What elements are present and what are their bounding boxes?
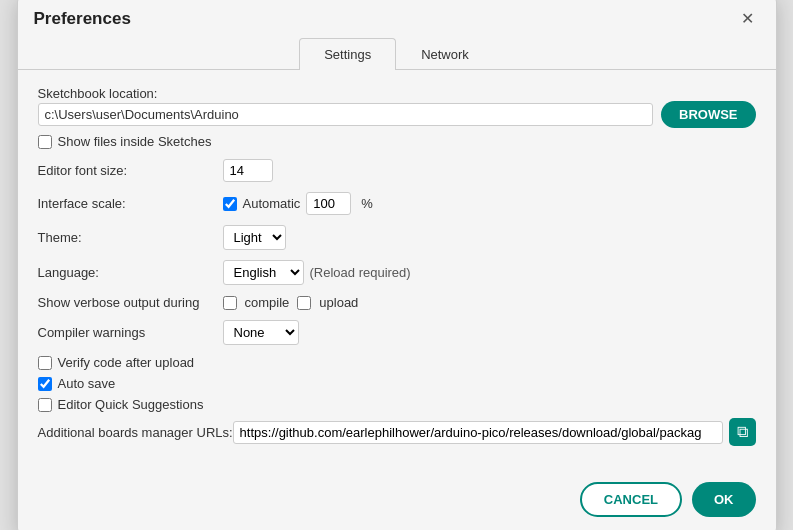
title-bar: Preferences ✕	[18, 0, 776, 30]
auto-save-label: Auto save	[58, 376, 116, 391]
theme-label: Theme:	[38, 230, 223, 245]
editor-quick-checkbox[interactable]	[38, 398, 52, 412]
compiler-warnings-select[interactable]: None Default More All	[223, 320, 299, 345]
upload-checkbox[interactable]	[297, 296, 311, 310]
compile-upload-controls: compile upload	[223, 295, 359, 310]
automatic-checkbox[interactable]	[223, 197, 237, 211]
additional-urls-label: Additional boards manager URLs:	[38, 425, 233, 440]
compiler-warnings-controls: None Default More All	[223, 320, 299, 345]
scale-value-input[interactable]	[306, 192, 351, 215]
editor-quick-row: Editor Quick Suggestions	[38, 397, 756, 412]
theme-select[interactable]: Light Dark	[223, 225, 286, 250]
sketchbook-path-row: BROWSE	[38, 101, 756, 128]
verify-code-checkbox[interactable]	[38, 356, 52, 370]
show-files-row: Show files inside Sketches	[38, 134, 756, 149]
interface-scale-label: Interface scale:	[38, 196, 223, 211]
verify-code-label: Verify code after upload	[58, 355, 195, 370]
editor-quick-label: Editor Quick Suggestions	[58, 397, 204, 412]
upload-label: upload	[319, 295, 358, 310]
scale-controls: Automatic %	[223, 192, 373, 215]
additional-urls-input[interactable]	[233, 421, 723, 444]
auto-save-row: Auto save	[38, 376, 756, 391]
additional-urls-row: Additional boards manager URLs: ⧉	[38, 418, 756, 446]
language-select[interactable]: English Spanish French German	[223, 260, 304, 285]
sketchbook-path-input[interactable]	[38, 103, 654, 126]
browse-button[interactable]: BROWSE	[661, 101, 756, 128]
ok-button[interactable]: OK	[692, 482, 756, 517]
automatic-label: Automatic	[243, 196, 301, 211]
tab-network[interactable]: Network	[396, 38, 494, 70]
theme-row: Theme: Light Dark	[38, 225, 756, 250]
language-label: Language:	[38, 265, 223, 280]
auto-save-checkbox[interactable]	[38, 377, 52, 391]
dialog-title: Preferences	[34, 9, 131, 29]
cancel-button[interactable]: CANCEL	[580, 482, 682, 517]
compiler-warnings-label: Compiler warnings	[38, 325, 223, 340]
editor-font-size-input[interactable]	[223, 159, 273, 182]
preferences-dialog: Preferences ✕ Settings Network Sketchboo…	[17, 0, 777, 530]
verify-code-row: Verify code after upload	[38, 355, 756, 370]
close-button[interactable]: ✕	[735, 7, 760, 30]
sketchbook-label: Sketchbook location:	[38, 86, 756, 101]
reload-required-label: (Reload required)	[310, 265, 411, 280]
compiler-warnings-row: Compiler warnings None Default More All	[38, 320, 756, 345]
tab-settings[interactable]: Settings	[299, 38, 396, 70]
interface-scale-row: Interface scale: Automatic %	[38, 192, 756, 215]
copy-button[interactable]: ⧉	[729, 418, 756, 446]
editor-font-size-label: Editor font size:	[38, 163, 223, 178]
show-files-label: Show files inside Sketches	[58, 134, 212, 149]
dialog-body: Sketchbook location: BROWSE Show files i…	[18, 70, 776, 472]
editor-font-size-row: Editor font size:	[38, 159, 756, 182]
compile-checkbox[interactable]	[223, 296, 237, 310]
sketchbook-section: Sketchbook location: BROWSE	[38, 86, 756, 128]
language-row: Language: English Spanish French German …	[38, 260, 756, 285]
copy-icon: ⧉	[737, 423, 748, 441]
percent-label: %	[361, 196, 373, 211]
verbose-row: Show verbose output during compile uploa…	[38, 295, 756, 310]
show-files-checkbox[interactable]	[38, 135, 52, 149]
dialog-footer: CANCEL OK	[18, 472, 776, 530]
compile-label: compile	[245, 295, 290, 310]
verbose-label: Show verbose output during	[38, 295, 223, 310]
tab-bar: Settings Network	[18, 38, 776, 70]
